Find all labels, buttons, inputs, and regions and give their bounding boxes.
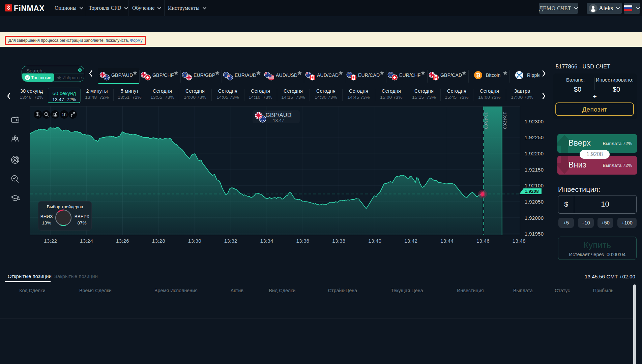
svg-text:13:46:00: 13:46:00 bbox=[484, 112, 489, 129]
svg-text:13:47:00: 13:47:00 bbox=[502, 112, 507, 129]
